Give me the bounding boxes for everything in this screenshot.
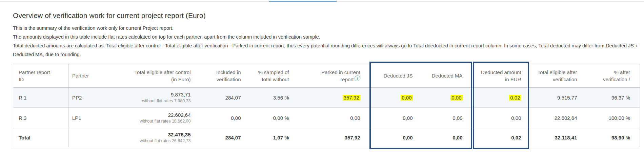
cell-deducted-ma: 0,00	[422, 108, 472, 128]
cell-total-eligible-after-verification: 22.602,64	[531, 108, 587, 128]
cell-partner-empty	[69, 128, 109, 147]
cell-deducted-amount-eur: 0,00	[472, 108, 531, 128]
cell-deducted-amount-eur: 0,02	[472, 128, 531, 147]
cell-total-eligible-after-control: 22.602,64 without flat rates 18.662,00	[109, 108, 200, 128]
cell-included-in-verification: 284,07	[200, 88, 250, 108]
highlighted-value: 0,00	[450, 95, 462, 101]
table-row: R.1 PP2 9.873,71 without flat rates 7.98…	[13, 88, 640, 108]
cell-partner-report-id: R.1	[13, 88, 69, 108]
cell-pct-sampled: 1,07 %	[250, 128, 299, 147]
table-header-row: Partner report ID Partner Total eligible…	[13, 64, 640, 88]
cell-parked-in-current-report: 357,92	[299, 88, 370, 108]
without-flat-rates-note: without flat rates 18.662,00	[112, 119, 191, 124]
verification-overview-table: Partner report ID Partner Total eligible…	[13, 64, 640, 147]
cell-deducted-js: 0,00	[370, 88, 422, 108]
horizontal-scrollbar-thumb[interactable]	[269, 1, 337, 2]
description-line: Total deducted amounts are calculated as…	[13, 41, 640, 59]
cell-parked-in-current-report: 0,00	[299, 108, 370, 128]
col-header-pct-after-verification: % after verification /	[587, 64, 640, 88]
cell-pct-sampled: 3,56 %	[250, 88, 299, 108]
cell-total-label: Total	[13, 128, 69, 147]
cell-total-eligible-after-verification: 9.515,77	[531, 88, 587, 108]
col-header-included-in-verification: Included in verification	[200, 64, 250, 88]
highlighted-value: 0,02	[509, 95, 521, 101]
cell-pct-sampled: 0,00 %	[250, 108, 299, 128]
description-line: This is the summary of the verification …	[13, 24, 640, 32]
highlighted-value: 0,00	[401, 95, 412, 101]
page-title: Overview of verification work for curren…	[13, 12, 644, 20]
cell-included-in-verification: 0,00	[200, 108, 250, 128]
cell-total-eligible-after-control: 9.873,71 without flat rates 7.980,73	[109, 88, 200, 108]
horizontal-scrollbar-track	[0, 1, 644, 2]
cell-total-eligible-after-verification: 32.118,41	[531, 128, 587, 147]
col-header-partner: Partner	[69, 64, 109, 88]
cell-partner: LP1	[69, 108, 109, 128]
cell-partner-report-id: R.3	[13, 108, 69, 128]
table-total-row: Total 32.476,35 without flat rates 26.64…	[13, 128, 640, 147]
without-flat-rates-note: without flat rates 7.980,73	[112, 99, 191, 104]
verification-overview-section: Overview of verification work for curren…	[0, 12, 644, 59]
col-header-partner-report-id: Partner report ID	[13, 64, 69, 88]
cell-deducted-js: 0,00	[370, 108, 422, 128]
col-header-parked-in-current-report: Parked in current reporti	[299, 64, 370, 88]
cell-pct-after-verification: 100,00 %	[587, 108, 640, 128]
description-line: The amounts displayed in this table incl…	[13, 32, 640, 41]
cell-deducted-ma: 0,00	[422, 128, 472, 147]
verification-overview-table-wrapper: Partner report ID Partner Total eligible…	[13, 64, 640, 147]
col-header-deducted-js: Deducted JS	[370, 64, 422, 88]
cell-deducted-js: 0,00	[370, 128, 422, 147]
without-flat-rates-note: without flat rates 26.642,73	[112, 138, 191, 144]
col-header-total-eligible-after-control: Total eligible after control (in Euro)	[109, 64, 200, 88]
info-icon[interactable]: i	[355, 75, 360, 81]
cell-pct-after-verification: 98,90 %	[587, 128, 640, 147]
col-header-deducted-amount-eur: Deducted amount in EUR	[472, 64, 531, 88]
cell-partner: PP2	[69, 88, 109, 108]
col-header-pct-sampled: % sampled of total without	[250, 64, 299, 88]
col-header-deducted-ma: Deducted MA	[422, 64, 472, 88]
col-header-total-eligible-after-verification: Total eligible after verification	[531, 64, 587, 88]
cell-pct-after-verification: 96,37 %	[587, 88, 640, 108]
cell-total-eligible-after-control: 32.476,35 without flat rates 26.642,73	[109, 128, 200, 147]
table-row: R.3 LP1 22.602,64 without flat rates 18.…	[13, 108, 640, 128]
cell-deducted-amount-eur: 0,02	[472, 88, 531, 108]
cell-parked-in-current-report: 357,92	[299, 128, 370, 147]
cell-deducted-ma: 0,00	[422, 88, 472, 108]
highlighted-value: 357,92	[343, 95, 360, 101]
cell-included-in-verification: 284,07	[200, 128, 250, 147]
